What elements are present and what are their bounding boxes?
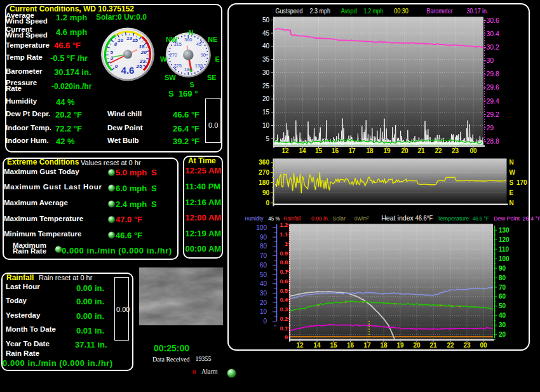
- svg-text:19: 19: [396, 342, 404, 349]
- svg-text:N: N: [510, 199, 514, 206]
- svg-text:225: 225: [173, 63, 182, 69]
- svg-text:40: 40: [262, 43, 270, 50]
- svg-text:90: 90: [201, 52, 206, 58]
- svg-text:13: 13: [126, 36, 132, 41]
- svg-text:Humidity: Humidity: [245, 215, 264, 222]
- svg-text:70: 70: [260, 252, 267, 259]
- svg-text:45 %: 45 %: [268, 215, 280, 222]
- svg-text:28.8: 28.8: [487, 137, 500, 145]
- svg-text:20: 20: [140, 50, 147, 55]
- svg-text:30.4: 30.4: [487, 30, 500, 37]
- svg-text:0: 0: [115, 64, 118, 69]
- svg-text:100: 100: [499, 255, 510, 262]
- svg-text:29.8: 29.8: [487, 70, 500, 78]
- svg-text:46.6°F: 46.6°F: [415, 214, 433, 222]
- svg-text:0W/m²: 0W/m²: [354, 215, 369, 222]
- svg-text:30: 30: [262, 69, 270, 76]
- svg-text:40: 40: [499, 312, 506, 319]
- svg-text:Dew Point: Dew Point: [494, 215, 520, 222]
- svg-text:360: 360: [259, 159, 269, 166]
- svg-text:80: 80: [260, 243, 267, 250]
- svg-text:S: S: [510, 179, 514, 186]
- svg-text:26.4 °F: 26.4 °F: [522, 215, 540, 222]
- svg-text:Solar: Solar: [332, 215, 345, 222]
- svg-text:90: 90: [499, 265, 506, 272]
- svg-text:20: 20: [413, 342, 421, 349]
- svg-text:46.6 °F: 46.6 °F: [473, 215, 489, 222]
- svg-text:30: 30: [487, 57, 494, 64]
- svg-text:10: 10: [262, 122, 270, 129]
- svg-text:00: 00: [480, 342, 487, 349]
- svg-text:25: 25: [136, 64, 142, 69]
- svg-text:180: 180: [259, 179, 269, 186]
- svg-text:29: 29: [487, 124, 494, 132]
- svg-text:Heat index: Heat index: [381, 214, 414, 222]
- svg-text:21: 21: [429, 342, 437, 349]
- svg-text:80: 80: [499, 274, 506, 281]
- svg-text:120: 120: [499, 236, 510, 243]
- svg-text:29.4: 29.4: [487, 97, 500, 105]
- svg-text:60: 60: [260, 262, 267, 269]
- svg-text:0.00 in.: 0.00 in.: [311, 215, 329, 222]
- svg-text:130: 130: [499, 227, 510, 234]
- svg-text:15: 15: [330, 342, 337, 349]
- svg-text:4.6: 4.6: [121, 65, 135, 76]
- svg-text:135: 135: [195, 63, 203, 69]
- svg-text:45: 45: [262, 30, 270, 37]
- svg-text:270: 270: [170, 52, 178, 58]
- svg-text:110: 110: [499, 246, 510, 253]
- svg-text:Avspd: Avspd: [341, 8, 357, 15]
- svg-text:22: 22: [447, 342, 454, 349]
- svg-text:35: 35: [262, 56, 270, 63]
- svg-text:170: 170: [516, 179, 527, 186]
- svg-text:W: W: [510, 169, 516, 176]
- svg-text:Temperature: Temperature: [437, 215, 469, 222]
- svg-text:1.2 mph: 1.2 mph: [363, 8, 383, 15]
- svg-text:30.17 in.: 30.17 in.: [467, 8, 489, 15]
- svg-text:3: 3: [111, 55, 114, 61]
- svg-text:29.6: 29.6: [487, 83, 500, 91]
- svg-text:2.3 mph: 2.3 mph: [310, 8, 331, 15]
- svg-text:50: 50: [262, 17, 270, 24]
- svg-text:0: 0: [263, 318, 267, 325]
- svg-text:18: 18: [380, 342, 388, 349]
- svg-text:30: 30: [499, 321, 506, 328]
- svg-text:90: 90: [262, 189, 270, 196]
- svg-text:5: 5: [266, 135, 269, 142]
- svg-text:360: 360: [184, 37, 192, 43]
- svg-text:45: 45: [196, 41, 201, 47]
- svg-text:30.2: 30.2: [487, 43, 500, 51]
- svg-text:Rainfall: Rainfall: [283, 215, 300, 222]
- svg-text:E: E: [510, 189, 514, 196]
- svg-text:20: 20: [499, 331, 506, 338]
- svg-text:50: 50: [499, 302, 506, 309]
- svg-text:00:30: 00:30: [394, 8, 408, 15]
- svg-text:15: 15: [132, 37, 138, 43]
- svg-text:5: 5: [111, 50, 114, 55]
- svg-text:Gustspeed: Gustspeed: [276, 8, 303, 15]
- svg-text:29.2: 29.2: [487, 111, 500, 118]
- svg-text:40: 40: [260, 280, 267, 287]
- svg-text:70: 70: [499, 284, 506, 291]
- svg-text:50: 50: [260, 271, 267, 278]
- svg-text:10: 10: [260, 308, 267, 315]
- svg-text:16: 16: [347, 342, 354, 349]
- svg-text:15: 15: [262, 109, 270, 116]
- svg-text:30.6: 30.6: [487, 17, 500, 24]
- svg-text:30: 30: [260, 290, 267, 297]
- svg-text:0: 0: [266, 199, 269, 206]
- svg-text:14: 14: [313, 342, 321, 349]
- svg-text:10: 10: [118, 37, 123, 43]
- svg-text:18: 18: [138, 44, 144, 50]
- svg-text:270: 270: [259, 169, 269, 176]
- svg-text:17: 17: [363, 342, 371, 349]
- svg-text:90: 90: [260, 234, 267, 241]
- svg-text:60: 60: [499, 293, 506, 300]
- svg-text:Barometer: Barometer: [427, 8, 454, 15]
- svg-text:25: 25: [262, 83, 270, 90]
- svg-text:20: 20: [260, 299, 267, 306]
- svg-text:100: 100: [256, 224, 267, 231]
- svg-text:8: 8: [114, 41, 118, 47]
- svg-text:20: 20: [262, 95, 270, 102]
- svg-text:23: 23: [463, 342, 471, 349]
